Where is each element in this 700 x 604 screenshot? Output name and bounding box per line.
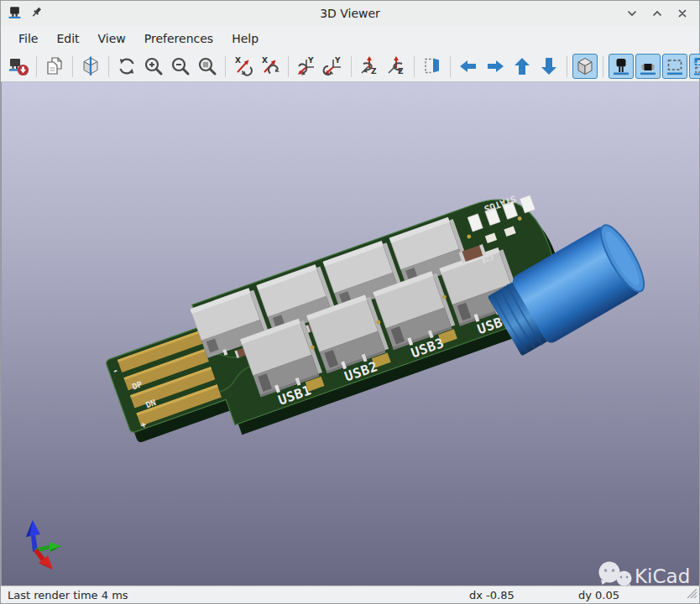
svg-text:.pos: .pos	[695, 59, 700, 65]
rotate-x-clockwise-icon: X	[232, 55, 254, 77]
svg-text:Z: Z	[371, 67, 377, 76]
svg-text:Y: Y	[307, 56, 314, 65]
show-smd-models-button[interactable]	[635, 54, 661, 79]
pos-file-icon: .pos	[691, 55, 700, 77]
status-dx: dx -0.85	[469, 589, 515, 601]
menu-edit[interactable]: Edit	[47, 28, 88, 49]
move-left-button[interactable]	[456, 54, 481, 79]
toolbar-separator	[414, 56, 415, 77]
toolbar-separator	[225, 56, 226, 77]
resize-grip[interactable]	[686, 587, 697, 601]
toolbar-separator	[351, 56, 352, 77]
window-title: 3D Viewer	[1, 7, 699, 20]
axis-gizmo	[26, 520, 61, 570]
copy-image-button[interactable]	[42, 54, 67, 79]
maximize-window-button[interactable]	[649, 5, 666, 22]
toolbar: X X Y	[1, 51, 699, 82]
pin-icon[interactable]	[30, 6, 43, 22]
render-time-text: Last render time 4 ms	[1, 589, 128, 601]
rotate-x-counterclockwise-button[interactable]: X	[258, 54, 283, 79]
flip-board-button[interactable]	[420, 54, 445, 79]
status-bar: Last render time 4 ms dx -0.85 dy 0.05	[1, 586, 699, 603]
svg-text:X: X	[262, 56, 268, 65]
zoom-in-button[interactable]	[141, 54, 166, 79]
arrow-down-icon	[538, 55, 560, 77]
toolbar-separator	[72, 56, 73, 77]
toolbar-separator	[108, 56, 109, 77]
app-3dviewer-icon	[8, 5, 22, 23]
wechat-icon	[599, 562, 632, 586]
status-dy: dy 0.05	[578, 589, 619, 601]
refresh-icon	[116, 55, 138, 77]
zoom-in-icon	[143, 55, 165, 77]
menu-bar: File Edit View Preferences Help	[1, 26, 699, 51]
rotate-y-counterclockwise-icon: Y	[322, 55, 344, 77]
rotate-z-counterclockwise-icon: Z	[385, 55, 407, 77]
toolbar-separator	[450, 56, 451, 77]
viewport-3d[interactable]: - DP DN +	[1, 82, 699, 586]
toolbar-separator	[567, 56, 567, 77]
copy-icon	[44, 55, 65, 77]
move-up-button[interactable]	[509, 54, 535, 79]
refresh-view-button[interactable]	[114, 54, 139, 79]
watermark: KiCad	[599, 562, 691, 586]
svg-text:X: X	[235, 56, 241, 65]
move-right-button[interactable]	[483, 54, 508, 79]
shade-window-button[interactable]	[624, 5, 640, 22]
zoom-fit-icon	[196, 55, 218, 77]
toolbar-separator	[36, 56, 37, 77]
show-virtual-models-button[interactable]	[662, 54, 687, 79]
menu-preferences[interactable]: Preferences	[135, 28, 222, 49]
view-cube-axis-icon	[80, 55, 102, 77]
virtual-model-icon	[664, 55, 686, 77]
ortho-cube-icon	[574, 55, 596, 77]
smd-model-icon	[637, 55, 659, 77]
through-hole-model-icon	[610, 55, 632, 77]
menu-file[interactable]: File	[9, 28, 47, 49]
zoom-out-icon	[170, 55, 191, 77]
toolbar-separator	[603, 56, 603, 77]
rotate-z-counterclockwise-button[interactable]: Z	[384, 54, 409, 79]
set-render-view-button[interactable]	[78, 54, 103, 79]
menu-help[interactable]: Help	[222, 28, 268, 49]
rotate-z-clockwise-icon: Z	[358, 55, 380, 77]
zoom-to-fit-button[interactable]	[195, 54, 220, 79]
flip-board-icon	[421, 55, 443, 77]
svg-text:Y: Y	[334, 56, 341, 65]
viewport-3d-scene: - DP DN +	[2, 82, 699, 586]
toolbar-separator	[288, 56, 289, 77]
reload-board-button[interactable]	[6, 54, 31, 79]
close-window-button[interactable]	[674, 5, 691, 22]
arrow-right-icon	[484, 55, 506, 77]
rotate-y-clockwise-icon: Y	[295, 55, 317, 77]
rotate-y-counterclockwise-button[interactable]: Y	[321, 54, 346, 79]
rotate-z-clockwise-button[interactable]: Z	[357, 54, 382, 79]
watermark-text: KiCad	[635, 565, 690, 586]
menu-view[interactable]: View	[89, 28, 135, 49]
rotate-y-clockwise-button[interactable]: Y	[294, 54, 319, 79]
show-pos-models-button[interactable]: .pos	[689, 54, 700, 79]
arrow-up-icon	[511, 55, 533, 77]
reload-board-icon	[8, 55, 29, 77]
show-through-hole-models-button[interactable]	[609, 54, 634, 79]
arrow-left-icon	[457, 55, 479, 77]
rotate-x-clockwise-button[interactable]: X	[231, 54, 256, 79]
title-bar: 3D Viewer	[1, 1, 699, 26]
zoom-out-button[interactable]	[168, 54, 193, 79]
rotate-x-counterclockwise-icon: X	[259, 55, 281, 77]
move-down-button[interactable]	[536, 54, 562, 79]
3d-viewer-window: 3D Viewer File Edit View Preferences Hel…	[0, 0, 700, 604]
orthographic-projection-button[interactable]	[572, 54, 598, 79]
